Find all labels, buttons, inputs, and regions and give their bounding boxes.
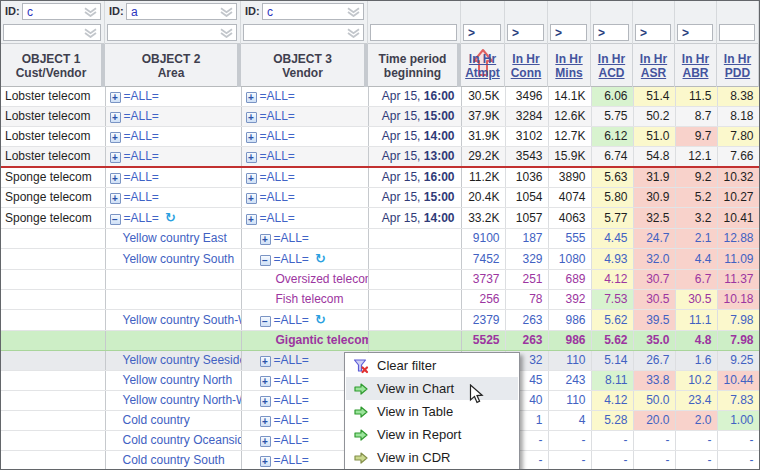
all-link[interactable]: =ALL= xyxy=(274,433,309,447)
cell-obj3[interactable]: +=ALL= xyxy=(241,229,368,249)
cell-obj2[interactable]: +=ALL= xyxy=(105,127,241,147)
drilldown-label[interactable]: Yellow country North-We xyxy=(110,393,242,407)
cell-obj1[interactable] xyxy=(1,290,105,310)
cell-obj1[interactable] xyxy=(1,310,105,331)
cell-obj3[interactable]: −=ALL=↻ xyxy=(241,249,368,270)
expand-plus-icon[interactable]: + xyxy=(246,193,257,204)
table-row[interactable]: Fish telecom256783927.5330.530.510.18 xyxy=(1,290,759,310)
all-link[interactable]: =ALL= xyxy=(124,190,159,204)
filter-input-atmpt[interactable]: > xyxy=(463,24,501,41)
cell-obj2[interactable]: Cold country xyxy=(105,411,241,431)
all-link[interactable]: =ALL= xyxy=(260,89,295,103)
all-link[interactable]: =ALL= xyxy=(124,109,159,123)
cell-obj3[interactable]: Fish telecom xyxy=(241,290,368,310)
cell-obj1[interactable]: Lobster telecom xyxy=(1,107,105,127)
expand-plus-icon[interactable]: + xyxy=(246,173,257,184)
all-link[interactable]: =ALL= xyxy=(124,129,159,143)
cell-obj2[interactable]: Yellow country Seeside xyxy=(105,351,241,371)
expand-plus-icon[interactable]: + xyxy=(260,234,271,245)
drilldown-label[interactable]: Oversized telecom xyxy=(246,272,369,286)
expand-plus-icon[interactable]: + xyxy=(246,214,257,225)
refresh-icon[interactable]: ↻ xyxy=(165,210,176,225)
cell-obj1[interactable]: Lobster telecom xyxy=(1,127,105,147)
expand-plus-icon[interactable]: + xyxy=(110,92,121,103)
cell-obj1[interactable]: Sponge telecom xyxy=(1,208,105,229)
all-link[interactable]: =ALL= xyxy=(274,373,309,387)
cell-obj1[interactable] xyxy=(1,270,105,290)
cell-obj1[interactable]: Sponge telecom xyxy=(1,167,105,188)
menu-item-view-in-chart[interactable]: View in Chart xyxy=(346,377,518,400)
refresh-icon[interactable]: ↻ xyxy=(315,312,326,327)
collapse-minus-icon[interactable]: − xyxy=(260,316,271,327)
drilldown-label[interactable]: Yellow country North xyxy=(110,373,233,387)
cell-obj3[interactable]: +=ALL= xyxy=(241,147,368,168)
table-row[interactable]: Yellow country South-W−=ALL=↻23792639865… xyxy=(1,310,759,331)
column-header-asr[interactable]: In HrASR xyxy=(633,44,675,87)
table-row[interactable]: Sponge telecom−=ALL=↻+=ALL=Apr 15, 14:00… xyxy=(1,208,759,229)
cell-obj2[interactable]: +=ALL= xyxy=(105,188,241,208)
expand-plus-icon[interactable]: + xyxy=(260,356,271,367)
all-link[interactable]: =ALL= xyxy=(274,353,309,367)
table-row[interactable]: Yellow country South−=ALL=↻745232910804.… xyxy=(1,249,759,270)
column-header-mins[interactable]: In HrMins xyxy=(548,44,591,87)
all-link[interactable]: =ALL= xyxy=(274,231,309,245)
cell-obj1[interactable]: Lobster telecom xyxy=(1,147,105,168)
cell-obj3[interactable]: +=ALL= xyxy=(241,167,368,188)
drilldown-label[interactable]: Gigantic telecom xyxy=(246,333,369,347)
table-row[interactable]: Yellow country East+=ALL=91001875554.452… xyxy=(1,229,759,249)
cell-obj1[interactable] xyxy=(1,249,105,270)
all-link[interactable]: =ALL= xyxy=(124,149,159,163)
expand-plus-icon[interactable]: + xyxy=(246,152,257,163)
cell-obj1[interactable]: Sponge telecom xyxy=(1,188,105,208)
filter-input-obj2[interactable]: a xyxy=(126,3,237,20)
cell-obj1[interactable] xyxy=(1,391,105,411)
drilldown-label[interactable]: Yellow country East xyxy=(110,231,227,245)
expand-plus-icon[interactable]: + xyxy=(110,112,121,123)
cell-obj2[interactable]: Yellow country South xyxy=(105,249,241,270)
column-header-atmpt[interactable]: In HrAtmpt xyxy=(461,44,505,87)
filter-input-obj3-2[interactable] xyxy=(243,24,364,41)
expand-plus-icon[interactable]: + xyxy=(110,152,121,163)
drilldown-label[interactable]: Cold country South xyxy=(110,453,225,467)
refresh-icon[interactable]: ↻ xyxy=(315,251,326,266)
cell-obj2[interactable]: Yellow country North-We xyxy=(105,391,241,411)
cell-obj2[interactable]: Cold country South xyxy=(105,451,241,470)
cell-obj2[interactable]: +=ALL= xyxy=(105,167,241,188)
filter-input-time[interactable] xyxy=(370,24,457,41)
filter-input-obj1-2[interactable] xyxy=(3,24,101,41)
all-link[interactable]: =ALL= xyxy=(274,453,309,467)
cell-obj2[interactable] xyxy=(105,290,241,310)
cell-obj1[interactable] xyxy=(1,229,105,249)
all-link[interactable]: =ALL= xyxy=(260,149,295,163)
menu-item-view-in-table[interactable]: View in Table xyxy=(346,400,518,423)
table-row[interactable]: Oversized telecom37372516894.1230.76.711… xyxy=(1,270,759,290)
collapse-minus-icon[interactable]: − xyxy=(110,214,121,225)
cell-obj1[interactable] xyxy=(1,331,105,351)
all-link[interactable]: =ALL= xyxy=(274,393,309,407)
all-link[interactable]: =ALL= xyxy=(274,252,309,266)
cell-obj2[interactable]: Yellow country North xyxy=(105,371,241,391)
expand-plus-icon[interactable]: + xyxy=(260,416,271,427)
expand-plus-icon[interactable]: + xyxy=(260,376,271,387)
column-header-pdd[interactable]: In HrPDD xyxy=(717,44,759,87)
all-link[interactable]: =ALL= xyxy=(260,190,295,204)
cell-obj3[interactable]: +=ALL= xyxy=(241,107,368,127)
cell-obj1[interactable] xyxy=(1,351,105,371)
filter-input-asr[interactable]: > xyxy=(635,24,671,41)
expand-plus-icon[interactable]: + xyxy=(246,92,257,103)
cell-obj2[interactable]: −=ALL=↻ xyxy=(105,208,241,229)
filter-input-obj3[interactable]: c xyxy=(262,3,364,20)
all-link[interactable]: =ALL= xyxy=(260,170,295,184)
cell-obj2[interactable] xyxy=(105,331,241,351)
all-link[interactable]: =ALL= xyxy=(260,129,295,143)
drilldown-label[interactable]: Cold country Oceanside xyxy=(110,433,242,447)
expand-plus-icon[interactable]: + xyxy=(246,112,257,123)
drilldown-label[interactable]: Yellow country South-W xyxy=(110,313,242,327)
cell-obj3[interactable]: +=ALL= xyxy=(241,188,368,208)
cell-obj2[interactable]: Cold country Oceanside xyxy=(105,431,241,451)
table-row[interactable]: Sponge telecom+=ALL=+=ALL=Apr 15, 16:001… xyxy=(1,167,759,188)
cell-obj2[interactable]: Yellow country East xyxy=(105,229,241,249)
cell-obj2[interactable]: +=ALL= xyxy=(105,147,241,168)
cell-obj2[interactable]: +=ALL= xyxy=(105,87,241,107)
collapse-minus-icon[interactable]: − xyxy=(260,255,271,266)
